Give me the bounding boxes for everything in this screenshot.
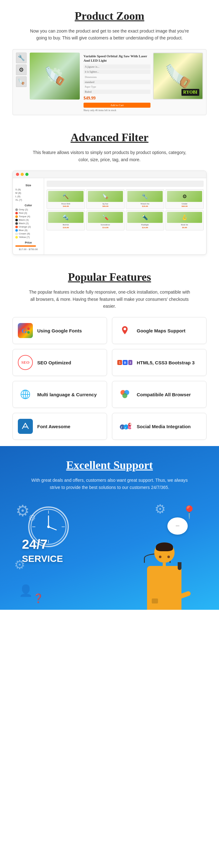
multilang-label: Multi language & Currency bbox=[37, 392, 97, 398]
color-grey[interactable]: Grey (2) bbox=[15, 208, 41, 211]
seo-label: SEO Optimized bbox=[37, 360, 71, 366]
speech-bubble: ··· bbox=[167, 518, 188, 535]
filter-product-price-8: $9.99 bbox=[167, 226, 202, 229]
color-black1[interactable]: Black (3) bbox=[15, 218, 41, 221]
size-filter-label: Size bbox=[15, 184, 41, 187]
filter-mockup: Size S (9) M (8) L (9) XL (7) Color Grey… bbox=[12, 170, 207, 255]
filter-product-8[interactable]: 🪝 Hook Set $9.99 bbox=[165, 210, 204, 230]
filter-product-img-4: ⚙ bbox=[167, 191, 202, 202]
browser-icon bbox=[117, 387, 132, 402]
filter-product-1[interactable]: 🔨 Power Drill $49.99 bbox=[46, 189, 85, 209]
feature-seo: SEO SEO Optimized bbox=[12, 349, 107, 376]
filter-product-price-5: $19.99 bbox=[48, 226, 84, 229]
zoom-paper-val: Ruled bbox=[84, 90, 151, 94]
advanced-filter-section: Advanced Filter This feature allows visi… bbox=[0, 121, 219, 261]
color-cream[interactable]: Cream (6) bbox=[15, 232, 41, 235]
person-eye-right bbox=[167, 556, 170, 558]
filter-product-price-6: $14.99 bbox=[88, 226, 123, 229]
svg-line-22 bbox=[49, 527, 56, 530]
product-zoom-desc: Now you can zoom the product and get to … bbox=[28, 28, 191, 42]
color-orange[interactable]: Orange (2) bbox=[15, 225, 41, 228]
filter-product-6[interactable]: 🪛 Screwdriver $14.99 bbox=[86, 210, 125, 230]
filter-product-title-8: Hook Set bbox=[167, 224, 202, 226]
person-hair bbox=[156, 542, 173, 551]
zoom-thumb-2[interactable]: ⚙ bbox=[16, 64, 27, 75]
filter-product-2[interactable]: 🪚 Jig Saw $89.99 bbox=[86, 189, 125, 209]
popular-features-section: Popular Features The popular features in… bbox=[0, 261, 219, 446]
filter-product-4[interactable]: ⚙ Grinder $69.99 bbox=[165, 189, 204, 209]
filter-products-grid: 🔨 Power Drill $49.99 🪚 Jig Saw $89.99 🔧 … bbox=[46, 189, 204, 230]
filter-mockup-header bbox=[13, 171, 206, 178]
color-yellow[interactable]: Yellow (7) bbox=[15, 236, 41, 239]
zoom-price: $49.99 bbox=[84, 96, 151, 101]
support-illustration: ⚙ ⚙ 24/7 SERVICE ⚙ 📍 ⚙ bbox=[12, 500, 207, 610]
size-m[interactable]: M (8) bbox=[15, 192, 41, 194]
google-maps-label: Google Maps Support bbox=[137, 328, 186, 334]
filter-product-7[interactable]: 🔦 Flashlight $24.99 bbox=[126, 210, 164, 230]
browser-label: Compatibile All Browser bbox=[137, 392, 191, 398]
support-desc: With great deals and offers, customers a… bbox=[31, 477, 188, 491]
social-icon: f t bbox=[117, 419, 132, 434]
advanced-filter-title: Advanced Filter bbox=[12, 131, 207, 144]
filter-product-title-6: Screwdriver bbox=[88, 224, 123, 226]
feature-fontawesome: Font Awesome bbox=[12, 413, 107, 440]
price-range-value: $17.00 - $750.00 bbox=[15, 248, 41, 251]
person-head bbox=[154, 542, 175, 563]
filter-product-img-7: 🔦 bbox=[127, 212, 163, 223]
filter-toolbar bbox=[46, 181, 204, 187]
person-arm bbox=[178, 591, 191, 599]
filter-product-3[interactable]: 🔧 Wrench Set $29.99 bbox=[126, 189, 164, 209]
size-l[interactable]: L (9) bbox=[15, 195, 41, 198]
feature-html5: 5 B 3 HTML5, CSS3 Bootstrap 3 bbox=[112, 349, 207, 376]
service-label: SERVICE bbox=[22, 553, 63, 564]
google-maps-icon bbox=[117, 323, 132, 338]
feature-google-fonts: G Using Google Fonts bbox=[12, 317, 107, 344]
zoom-zoomed-image: 🪚 RYOBI bbox=[153, 53, 203, 99]
fontawesome-icon bbox=[18, 419, 33, 434]
filter-product-img-3: 🔧 bbox=[127, 191, 163, 202]
filter-product-5[interactable]: 🔩 Bolt Kit $19.99 bbox=[46, 210, 85, 230]
price-range-bar[interactable] bbox=[15, 245, 36, 247]
filter-content: Size S (9) M (8) L (9) XL (7) Color Grey… bbox=[13, 178, 206, 254]
zoom-thumb-1[interactable]: 🔧 bbox=[16, 53, 27, 63]
filter-product-price-7: $24.99 bbox=[127, 226, 163, 229]
filter-product-img-2: 🪚 bbox=[88, 191, 123, 202]
filter-product-title-3: Wrench Set bbox=[127, 203, 163, 205]
dot-green bbox=[25, 173, 28, 176]
zoom-stock-info: Hurry only 46 items left in stock bbox=[84, 109, 151, 112]
zoom-dimension-label: Dimensions bbox=[84, 75, 151, 79]
social-label: Social Media Integration bbox=[137, 424, 191, 430]
popular-features-title: Popular Features bbox=[12, 271, 207, 284]
svg-point-1 bbox=[27, 328, 30, 330]
add-to-cart-button[interactable]: Add to Cart bbox=[84, 103, 151, 108]
person-eye-left bbox=[159, 556, 161, 558]
price-filter-label: Price bbox=[15, 241, 41, 244]
feature-multilang: Multi language & Currency bbox=[12, 381, 107, 408]
color-filter-label: Color bbox=[15, 204, 41, 207]
html5-icon: 5 B 3 bbox=[117, 355, 132, 370]
filter-product-title-5: Bolt Kit bbox=[48, 224, 84, 226]
dots-icon: ··· bbox=[176, 523, 180, 529]
filter-product-img-1: 🔨 bbox=[48, 191, 84, 202]
html5-label: HTML5, CSS3 Bootstrap 3 bbox=[137, 360, 195, 366]
feature-browser: Compatibile All Browser bbox=[112, 381, 207, 408]
color-blue[interactable]: Blue (6) bbox=[15, 229, 41, 231]
user-icon-bottom: 👤 bbox=[19, 584, 33, 597]
svg-point-23 bbox=[47, 526, 50, 528]
filter-product-title-7: Flashlight bbox=[127, 224, 163, 226]
filter-products-area: 🔨 Power Drill $49.99 🪚 Jig Saw $89.99 🔧 … bbox=[44, 178, 206, 254]
color-red[interactable]: Red (3) bbox=[15, 212, 41, 214]
advanced-filter-desc: This feature allows visitors to simply s… bbox=[28, 149, 191, 163]
svg-text:t: t bbox=[125, 426, 126, 429]
support-title: Excellent Support bbox=[12, 459, 207, 472]
size-s[interactable]: S (9) bbox=[15, 188, 41, 191]
filter-product-title-1: Power Drill bbox=[48, 203, 84, 205]
filter-product-price-1: $49.99 bbox=[48, 205, 84, 208]
person-torso bbox=[147, 566, 182, 610]
color-torque[interactable]: Torque (4) bbox=[15, 215, 41, 218]
person-mic bbox=[178, 562, 182, 570]
size-xl[interactable]: XL (7) bbox=[15, 198, 41, 201]
zoom-thumb-3[interactable]: 🪚 bbox=[16, 76, 27, 87]
zoom-product-title: Variable Speed Orbital Jig Saw With Lase… bbox=[84, 54, 151, 63]
color-black2[interactable]: Black (2) bbox=[15, 222, 41, 225]
